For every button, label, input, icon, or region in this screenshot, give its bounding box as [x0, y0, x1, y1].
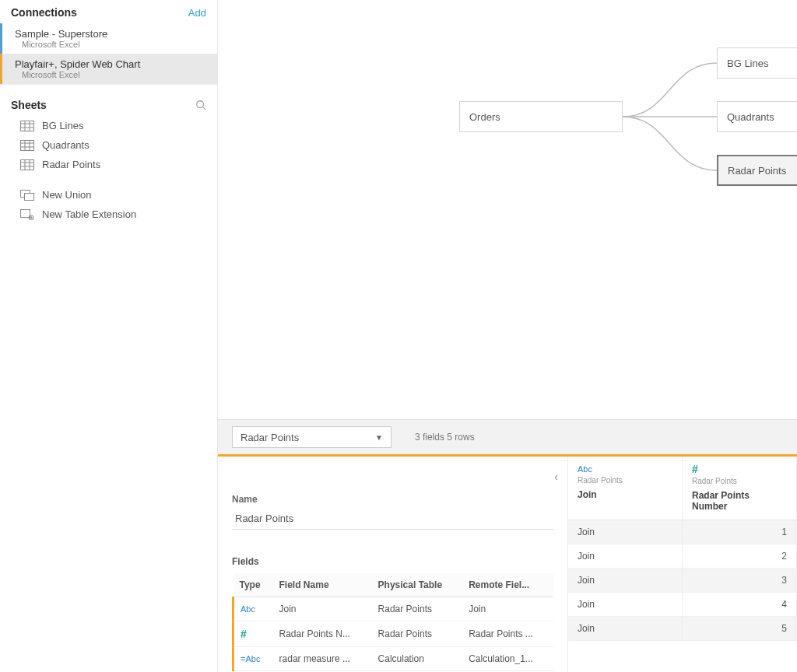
add-connection-link[interactable]: Add — [188, 7, 206, 19]
name-label: Name — [232, 494, 553, 505]
connection-subtype: Microsoft Excel — [15, 70, 208, 79]
col-physical-table[interactable]: Physical Table — [372, 573, 463, 597]
cell-num: 1 — [683, 520, 797, 544]
cell-join: Join — [568, 544, 683, 568]
right-area: Orders BG Lines Quadrants Radar Points R… — [218, 0, 797, 672]
connection-item-sample-superstore[interactable]: Sample - Superstore Microsoft Excel — [0, 23, 217, 54]
grid-body[interactable]: Join 1 Join 2 Join 3 Join 4 — [568, 520, 797, 672]
chevron-down-icon: ▼ — [375, 433, 383, 442]
relationship-links — [218, 0, 797, 419]
svg-rect-12 — [21, 159, 34, 170]
fields-row[interactable]: # Radar Points N... Radar Points Radar P… — [233, 621, 554, 647]
table-select-value: Radar Points — [241, 432, 299, 443]
physical-table-cell: Radar Points — [372, 597, 463, 621]
abc-type-icon: Abc — [578, 464, 592, 474]
svg-rect-18 — [25, 193, 34, 200]
sheet-item-radar-points[interactable]: Radar Points — [0, 155, 217, 174]
cell-join: Join — [568, 617, 683, 640]
sheet-label: Quadrants — [42, 139, 90, 151]
new-union-item[interactable]: New Union — [0, 185, 217, 205]
cell-num: 5 — [683, 617, 797, 640]
connection-name: Sample - Superstore — [15, 28, 208, 40]
field-name-cell: Join — [273, 597, 372, 621]
table-detail-panel: ‹ Name Fields Type Field Name Physical T… — [218, 457, 568, 672]
physical-table-cell: Calculation — [372, 647, 463, 671]
table-icon — [20, 121, 34, 131]
abc-type-icon: Abc — [241, 604, 255, 614]
connection-subtype: Microsoft Excel — [15, 40, 208, 49]
table-select[interactable]: Radar Points ▼ — [232, 426, 391, 448]
grid-header: Abc Radar Points Join # Radar Points Rad… — [568, 457, 797, 520]
grid-row[interactable]: Join 2 — [568, 544, 797, 569]
fields-label: Fields — [232, 556, 553, 567]
connections-header: Connections Add — [0, 0, 217, 23]
connection-item-playfair[interactable]: Playfair+, Spider Web Chart Microsoft Ex… — [0, 54, 217, 84]
detail-and-grid: ‹ Name Fields Type Field Name Physical T… — [218, 454, 797, 672]
new-union-label: New Union — [42, 189, 92, 201]
grid-col-source: Radar Points — [578, 476, 672, 485]
node-label: BG Lines — [727, 58, 768, 69]
sheets-header: Sheets — [0, 84, 217, 116]
fields-table: Type Field Name Physical Table Remote Fi… — [232, 573, 553, 671]
extension-icon — [20, 209, 34, 220]
remote-field-cell: Calculation_1... — [462, 647, 553, 671]
sheet-item-bg-lines[interactable]: BG Lines — [0, 116, 217, 135]
search-icon[interactable] — [195, 100, 206, 110]
field-name-cell: radar measure ... — [273, 647, 372, 671]
grid-row[interactable]: Join 1 — [568, 520, 797, 544]
svg-point-0 — [197, 101, 204, 108]
col-remote-field[interactable]: Remote Fiel... — [462, 573, 553, 597]
node-label: Radar Points — [728, 165, 786, 177]
cell-num: 3 — [683, 569, 797, 592]
sheet-label: Radar Points — [42, 159, 100, 170]
calc-type-icon: =Abc — [241, 654, 260, 663]
canvas-node-quadrants[interactable]: Quadrants — [717, 101, 797, 132]
sheet-item-quadrants[interactable]: Quadrants — [0, 135, 217, 155]
hash-type-icon: # — [692, 463, 698, 475]
field-name-cell: Radar Points N... — [273, 621, 372, 647]
grid-row[interactable]: Join 4 — [568, 593, 797, 617]
grid-col-name: Join — [578, 489, 672, 500]
collapse-detail-icon[interactable]: ‹ — [554, 471, 558, 483]
cell-join: Join — [568, 593, 683, 616]
table-icon — [20, 159, 34, 170]
relationship-canvas[interactable]: Orders BG Lines Quadrants Radar Points — [218, 0, 797, 419]
cell-num: 4 — [683, 593, 797, 616]
left-panel: Connections Add Sample - Superstore Micr… — [0, 0, 218, 672]
col-field-name[interactable]: Field Name — [273, 573, 372, 597]
cell-num: 2 — [683, 544, 797, 568]
new-table-extension-item[interactable]: New Table Extension — [0, 205, 217, 224]
grid-row[interactable]: Join 5 — [568, 617, 797, 641]
grid-row[interactable]: Join 3 — [568, 569, 797, 593]
physical-table-cell: Radar Points — [372, 621, 463, 647]
fields-header-row: Type Field Name Physical Table Remote Fi… — [233, 573, 554, 597]
node-label: Quadrants — [727, 111, 774, 123]
table-toolbar: Radar Points ▼ 3 fields 5 rows — [218, 419, 797, 454]
grid-col-join[interactable]: Abc Radar Points Join — [568, 457, 683, 520]
grid-col-name: Radar Points Number — [692, 490, 787, 512]
svg-line-1 — [203, 107, 206, 110]
table-icon — [20, 140, 34, 151]
cell-join: Join — [568, 569, 683, 592]
canvas-node-orders[interactable]: Orders — [459, 101, 623, 132]
canvas-node-bg-lines[interactable]: BG Lines — [717, 47, 797, 79]
union-icon — [20, 190, 34, 201]
cell-join: Join — [568, 520, 683, 544]
node-label: Orders — [469, 111, 500, 123]
sheets-title: Sheets — [11, 99, 47, 111]
svg-rect-7 — [21, 140, 34, 150]
grid-col-source: Radar Points — [692, 477, 787, 485]
remote-field-cell: Join — [462, 597, 553, 621]
fields-row[interactable]: =Abc radar measure ... Calculation Calcu… — [233, 647, 554, 671]
sheet-label: BG Lines — [42, 120, 83, 131]
table-name-input[interactable] — [232, 508, 553, 530]
connection-name: Playfair+, Spider Web Chart — [15, 58, 208, 70]
canvas-node-radar-points[interactable]: Radar Points — [717, 155, 797, 186]
col-type[interactable]: Type — [233, 573, 273, 597]
fields-row[interactable]: Abc Join Radar Points Join — [233, 597, 554, 621]
grid-col-radar-points-number[interactable]: # Radar Points Radar Points Number — [683, 457, 797, 520]
svg-rect-2 — [21, 121, 34, 131]
remote-field-cell: Radar Points ... — [462, 621, 553, 647]
data-grid: Abc Radar Points Join # Radar Points Rad… — [568, 457, 797, 672]
table-meta: 3 fields 5 rows — [415, 432, 475, 443]
